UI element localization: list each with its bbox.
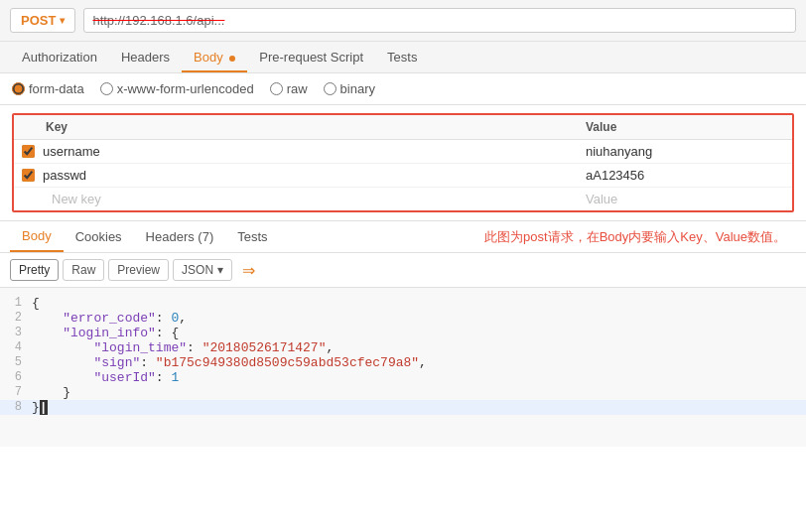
tab-headers[interactable]: Headers (109, 42, 182, 72)
format-bar: Pretty Raw Preview JSON ▾ ⇒ (0, 253, 806, 288)
tab-tests[interactable]: Tests (375, 42, 429, 72)
kv-checkbox-username[interactable] (22, 145, 35, 158)
code-line-3: 3 "login_info": { (0, 326, 806, 340)
code-line-7: 7 } (0, 385, 806, 400)
method-label: POST (21, 13, 56, 28)
kv-table: Key Value username niuhanyang passwd aA1… (12, 113, 794, 212)
kv-value-username: niuhanyang (586, 144, 784, 159)
kv-key-username: username (43, 144, 586, 159)
format-pretty-btn[interactable]: Pretty (10, 259, 59, 281)
kv-key-passwd: passwd (43, 168, 586, 183)
kv-col-value-header: Value (586, 120, 784, 134)
code-line-4: 4 "login_time": "20180526171427", (0, 340, 806, 355)
method-dropdown-arrow: ▾ (60, 15, 65, 26)
top-bar: POST ▾ (0, 0, 806, 42)
nav-tabs: Authorization Headers Body Pre-request S… (0, 42, 806, 73)
response-tabs: Body Cookies Headers (7) Tests 此图为post请求… (0, 221, 806, 253)
code-area: 1 { 2 "error_code": 0, 3 "login_info": {… (0, 288, 806, 447)
kv-new-key-placeholder: New key (52, 192, 586, 206)
code-line-1: 1 { (0, 296, 806, 311)
kv-checkbox-passwd[interactable] (22, 169, 35, 182)
annotation-text: 此图为post请求，在Body内要输入Key、Value数值。 (474, 224, 796, 250)
format-type-select[interactable]: JSON ▾ (173, 259, 232, 281)
code-line-6: 6 "userId": 1 (0, 370, 806, 385)
resp-tab-body[interactable]: Body (10, 221, 64, 252)
code-line-2: 2 "error_code": 0, (0, 311, 806, 326)
resp-tab-tests[interactable]: Tests (225, 222, 279, 251)
kv-value-passwd: aA123456 (586, 168, 784, 183)
body-dot-badge (229, 56, 235, 62)
tab-authorization[interactable]: Authorization (10, 42, 109, 72)
code-line-8: 8 }| (0, 400, 806, 415)
radio-urlencoded[interactable]: x-www-form-urlencoded (100, 81, 254, 96)
wrap-icon[interactable]: ⇒ (236, 258, 260, 282)
resp-tab-cookies[interactable]: Cookies (64, 222, 134, 251)
radio-formdata[interactable]: form-data (12, 81, 84, 96)
chevron-down-icon: ▾ (217, 263, 223, 277)
kv-new-value-placeholder: Value (586, 192, 784, 206)
kv-row-username: username niuhanyang (14, 140, 792, 164)
url-input[interactable] (83, 8, 796, 33)
resp-tab-headers[interactable]: Headers (7) (134, 222, 226, 251)
response-section: Body Cookies Headers (7) Tests 此图为post请求… (0, 220, 806, 447)
kv-header: Key Value (14, 115, 792, 140)
radio-binary[interactable]: binary (324, 81, 375, 96)
kv-col-key-header: Key (22, 120, 586, 134)
code-line-5: 5 "sign": "b175c949380d8509c59abd53cfec7… (0, 355, 806, 370)
kv-new-row: New key Value (14, 188, 792, 210)
radio-raw[interactable]: raw (270, 81, 308, 96)
format-preview-btn[interactable]: Preview (108, 259, 169, 281)
kv-row-passwd: passwd aA123456 (14, 164, 792, 188)
method-button[interactable]: POST ▾ (10, 8, 75, 33)
body-type-row: form-data x-www-form-urlencoded raw bina… (0, 73, 806, 105)
format-raw-btn[interactable]: Raw (63, 259, 104, 281)
tab-prerequest[interactable]: Pre-request Script (247, 42, 375, 72)
tab-body[interactable]: Body (182, 42, 247, 72)
